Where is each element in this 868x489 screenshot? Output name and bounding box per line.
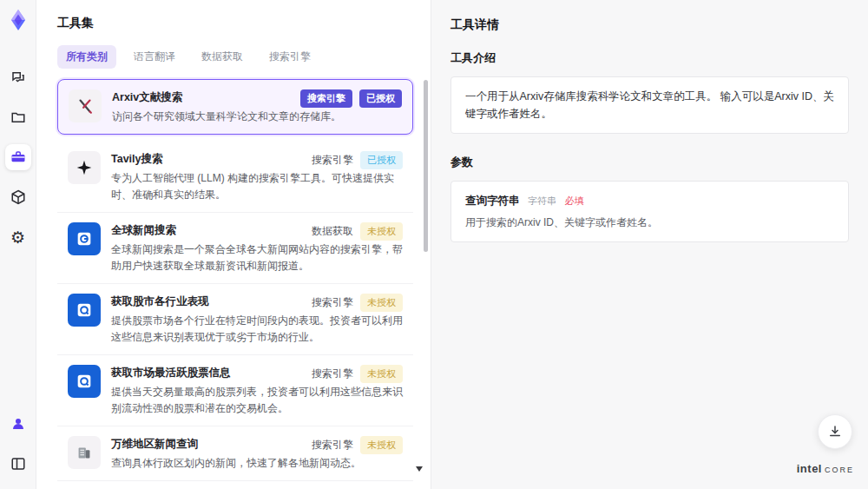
folder-icon[interactable] [5,104,31,130]
auth-status-badge: 未授权 [360,222,403,241]
chat-icon[interactable] [5,64,31,90]
tools-list-panel: 工具集 所有类别 语言翻译 数据获取 搜索引擎 Arxiv文献搜索 访问 [36,0,431,489]
brand-intel-text: intel [797,462,822,475]
category-label: 搜索引擎 [312,438,353,453]
tool-card-arxiv[interactable]: Arxiv文献搜索 访问各个研究领域大量科学论文和文章的存储库。 搜索引擎 已授… [57,79,413,135]
category-label: 搜索引擎 [312,153,353,168]
tool-description: 提供当天交易量最高的股票列表，投资者可以利用这些信息来识别流动性强的股票和潜在的… [111,384,404,416]
left-rail: ⚙ [0,0,36,489]
parameter-box: 查询字符串 字符串 必填 用于搜索的Arxiv ID、关键字或作者姓名。 [450,181,849,242]
tool-card-sector-performance[interactable]: 获取股市各行业表现 提供股票市场各个行业在特定时间段内的表现。投资者可以利用这些… [57,284,413,355]
tool-card-active-stocks[interactable]: 获取市场最活跃股票信息 提供当天交易量最高的股票列表，投资者可以利用这些信息来识… [57,355,413,426]
tool-details-panel: 工具详情 工具介绍 一个用于从Arxiv存储库搜索科学论文和文章的工具。 输入可… [431,0,868,489]
auth-status-badge: 已授权 [360,151,403,169]
collapse-panel-icon[interactable] [5,451,31,477]
parameter-type: 字符串 [528,195,556,206]
category-label: 搜索引擎 [312,295,353,310]
parameter-required-flag: 必填 [564,195,583,206]
auth-status-badge: 已授权 [359,89,402,108]
arxiv-icon [69,89,102,122]
auth-status-badge: 未授权 [360,436,403,454]
auth-status-badge: 未授权 [360,365,403,383]
blue-stock-app-icon [68,365,101,398]
tab-all-categories[interactable]: 所有类别 [57,45,116,69]
category-label: 搜索引擎 [312,367,353,381]
download-icon [827,424,843,439]
package-icon[interactable] [5,184,31,210]
tool-description: 访问各个研究领域大量科学论文和文章的存储库。 [112,109,404,125]
settings-gear-icon[interactable]: ⚙ [5,224,31,250]
category-tabs: 所有类别 语言翻译 数据获取 搜索引擎 [57,45,413,69]
download-button[interactable] [818,414,852,449]
tool-description: 专为人工智能代理 (LLM) 构建的搜索引擎工具。可快速提供实时、准确和真实的结… [111,170,404,202]
newspaper-building-icon [68,436,101,469]
tool-intro-box: 一个用于从Arxiv存储库搜索科学论文和文章的工具。 输入可以是Arxiv ID… [450,76,849,134]
intro-heading: 工具介绍 [450,50,849,66]
category-label: 数据获取 [312,224,353,239]
tool-description: 全球新闻搜索是一个聚合全球各大新闻网站内容的搜索引擎，帮助用户快速获取全球最新资… [111,241,404,274]
details-panel-title: 工具详情 [450,17,849,33]
toolbox-icon[interactable] [5,144,31,170]
user-avatar-icon[interactable] [5,411,31,437]
params-heading: 参数 [450,155,849,170]
tool-card-global-news[interactable]: 全球新闻搜索 全球新闻搜索是一个聚合全球各大新闻网站内容的搜索引擎，帮助用户快速… [57,213,413,284]
tavily-star-icon [68,151,101,184]
blue-stock-app-icon [68,294,101,327]
intel-core-logo: intelcore [797,462,854,475]
auth-status-badge: 未授权 [360,294,403,312]
scroll-down-indicator [416,466,423,472]
brand-core-text: core [825,462,854,475]
tool-card-list: Arxiv文献搜索 访问各个研究领域大量科学论文和文章的存储库。 搜索引擎 已授… [57,79,413,481]
blue-news-app-icon [68,222,101,255]
tool-card-regional-news[interactable]: 万维地区新闻查询 查询具体行政区划内的新闻，快速了解各地新闻动态。 搜索引擎 未… [57,426,413,481]
parameter-name: 查询字符串 [465,195,520,207]
app-logo-icon [7,9,30,31]
tab-data-acquisition[interactable]: 数据获取 [193,45,252,69]
tab-language-translation[interactable]: 语言翻译 [125,45,184,69]
app-window: ⚙ 工具集 所有类别 语言翻译 数据获取 搜索引擎 [0,0,868,489]
tab-search-engine[interactable]: 搜索引擎 [260,45,319,69]
parameter-description: 用于搜索的Arxiv ID、关键字或作者姓名。 [465,215,834,231]
tool-description: 查询具体行政区划内的新闻，快速了解各地新闻动态。 [111,455,404,472]
tool-card-tavily[interactable]: Tavily搜索 专为人工智能代理 (LLM) 构建的搜索引擎工具。可快速提供实… [57,142,413,213]
tools-panel-title: 工具集 [57,16,413,31]
list-scrollbar-thumb[interactable] [424,80,428,252]
tool-description: 提供股票市场各个行业在特定时间段内的表现。投资者可以利用这些信息来识别表现优于或… [111,313,404,345]
category-badge: 搜索引擎 [300,89,352,108]
